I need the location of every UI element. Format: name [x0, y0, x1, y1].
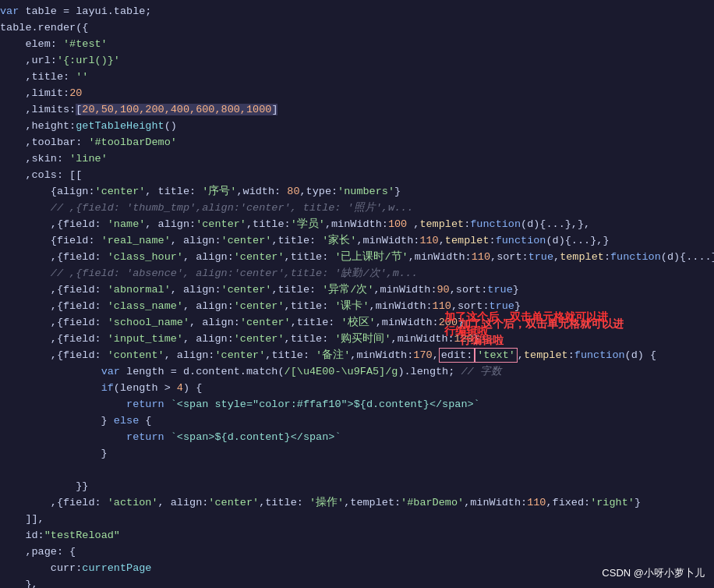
code-line-4: ,url:'{:url()}' — [0, 52, 714, 69]
code-line-32: ]], — [0, 511, 714, 527]
code-line-5: ,title: '' — [0, 69, 714, 85]
code-line-26: } else { — [0, 413, 714, 429]
watermark: CSDN @小呀小萝卜儿 — [602, 566, 705, 580]
code-line-34: ,page: { — [0, 544, 714, 560]
code-line-15: {field: 'real_name', align:'center',titl… — [0, 232, 714, 249]
code-line-7: ,limits:[20,50,100,200,400,600,800,1000] — [0, 101, 714, 118]
code-line-30: }} — [0, 478, 714, 494]
code-line-14: ,{field: 'name', align:'center',title:'学… — [0, 216, 714, 232]
code-line-11: ,cols: [[ — [0, 167, 714, 183]
code-line-2: table.render({ — [0, 19, 714, 36]
code-line-19: ,{field: 'class_name', align:'center',ti… — [0, 298, 714, 314]
code-line-29 — [0, 462, 714, 478]
code-line-12: {align:'center', title: '序号',width: 80,t… — [0, 183, 714, 200]
code-line-6: ,limit:20 — [0, 85, 714, 101]
code-line-8: ,height:getTableHeight() — [0, 118, 714, 134]
code-editor: var table = layui.table; table.render({ … — [0, 0, 714, 588]
code-line-33: id:"testReload" — [0, 527, 714, 544]
code-line-10: ,skin: 'line' — [0, 151, 714, 167]
code-line-16: ,{field: 'class_hour', align:'center',ti… — [0, 249, 714, 265]
code-line-23: var length = d.content.match(/[\u4E00-\u… — [0, 363, 714, 380]
code-line-22: ,{field: 'content', align:'center',title… — [0, 347, 714, 363]
code-line-1: var table = layui.table; — [0, 3, 714, 19]
code-line-9: ,toolbar: '#toolbarDemo' — [0, 134, 714, 151]
code-line-28: } — [0, 445, 714, 462]
code-line-27: return `<span>${d.content}</span>` — [0, 429, 714, 445]
code-line-18: ,{field: 'abnormal', align:'center',titl… — [0, 282, 714, 298]
code-line-3: elem: '#test' — [0, 36, 714, 52]
code-line-25: return `<span style="color:#ffaf10">${d.… — [0, 396, 714, 413]
code-line-13: // ,{field: 'thumb_tmp',align:'center', … — [0, 200, 714, 216]
code-line-20: ,{field: 'school_name', align:'center',t… — [0, 314, 714, 331]
code-line-17: // ,{field: 'absence', align:'center',ti… — [0, 265, 714, 282]
code-line-21: ,{field: 'input_time', align:'center',ti… — [0, 331, 714, 347]
code-line-31: ,{field: 'action', align:'center',title:… — [0, 494, 714, 511]
code-line-24: if(length > 4) { — [0, 380, 714, 396]
